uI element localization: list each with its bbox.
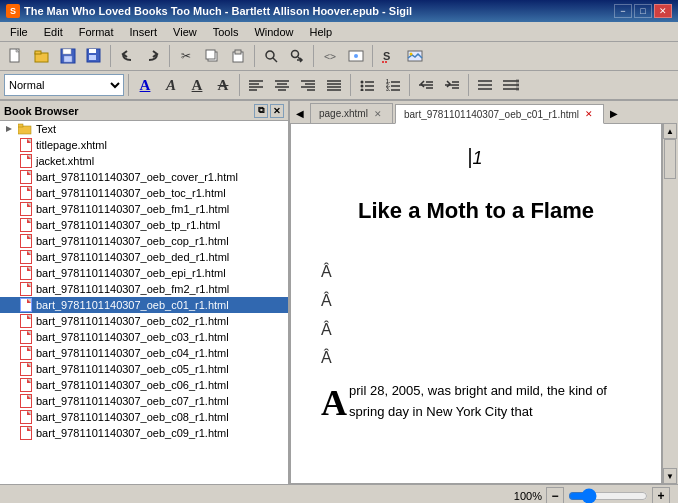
- menu-tools[interactable]: Tools: [205, 24, 247, 40]
- tab-label: page.xhtml: [319, 108, 368, 119]
- panel-float-button[interactable]: ⧉: [254, 104, 268, 118]
- list-item[interactable]: bart_9781101140307_oeb_epi_r1.html: [0, 265, 288, 281]
- align-left-button[interactable]: [244, 73, 268, 97]
- tab-close-page[interactable]: ✕: [372, 108, 384, 120]
- menu-help[interactable]: Help: [302, 24, 341, 40]
- align-right-button[interactable]: [296, 73, 320, 97]
- zoom-slider[interactable]: [568, 488, 648, 504]
- svg-rect-13: [235, 50, 241, 54]
- panel-title: Book Browser: [4, 105, 79, 117]
- scroll-up-button[interactable]: ▲: [663, 123, 677, 139]
- list-item[interactable]: bart_9781101140307_oeb_toc_r1.html: [0, 185, 288, 201]
- bold-button[interactable]: A: [133, 73, 157, 97]
- tab-scroll-left[interactable]: ◀: [292, 103, 308, 123]
- list-item[interactable]: bart_9781101140307_oeb_c05_r1.html: [0, 361, 288, 377]
- list-item[interactable]: bart_9781101140307_oeb_fm1_r1.html: [0, 201, 288, 217]
- style-dropdown[interactable]: Normal Heading 1 Heading 2 Heading 3 Pre…: [4, 74, 124, 96]
- title-bar: S The Man Who Loved Books Too Much - Bar…: [0, 0, 678, 22]
- menu-insert[interactable]: Insert: [122, 24, 166, 40]
- save-button[interactable]: [56, 44, 80, 68]
- menu-window[interactable]: Window: [246, 24, 301, 40]
- list-item[interactable]: bart_9781101140307_oeb_c08_r1.html: [0, 409, 288, 425]
- window-controls: − □ ✕: [614, 4, 672, 18]
- svg-rect-11: [206, 50, 215, 59]
- align-center-button[interactable]: [270, 73, 294, 97]
- separator-misc: [468, 74, 469, 96]
- chapter-heading: Like a Moth to a Flame: [321, 193, 631, 228]
- list-item[interactable]: bart_9781101140307_oeb_c06_r1.html: [0, 377, 288, 393]
- tab-c01[interactable]: bart_9781101140307_oeb_c01_r1.html ✕: [395, 104, 604, 124]
- svg-text:3.: 3.: [386, 86, 391, 91]
- redo-button[interactable]: [141, 44, 165, 68]
- close-button[interactable]: ✕: [654, 4, 672, 18]
- spellcheck-button[interactable]: S: [377, 44, 401, 68]
- save-all-button[interactable]: [82, 44, 106, 68]
- strikethrough-button[interactable]: A: [211, 73, 235, 97]
- chapter-number: 1: [321, 144, 631, 173]
- main-content: Book Browser ⧉ ✕ Text titlepage.xhtml ja…: [0, 101, 678, 484]
- panel-close-button[interactable]: ✕: [270, 104, 284, 118]
- list-item[interactable]: bart_9781101140307_oeb_tp_r1.html: [0, 217, 288, 233]
- list-item[interactable]: bart_9781101140307_oeb_c09_r1.html: [0, 425, 288, 441]
- file-icon: [20, 330, 32, 344]
- align-justify-button[interactable]: [322, 73, 346, 97]
- indent-button[interactable]: [440, 73, 464, 97]
- file-name: bart_9781101140307_oeb_c02_r1.html: [36, 315, 229, 327]
- list-item[interactable]: jacket.xhtml: [0, 153, 288, 169]
- underline-button[interactable]: A: [185, 73, 209, 97]
- tab-label: bart_9781101140307_oeb_c01_r1.html: [404, 109, 579, 120]
- preview-button[interactable]: [344, 44, 368, 68]
- replace-button[interactable]: [285, 44, 309, 68]
- list-item[interactable]: titlepage.xhtml: [0, 137, 288, 153]
- list-item-selected[interactable]: bart_9781101140307_oeb_c01_r1.html: [0, 297, 288, 313]
- unordered-list-button[interactable]: [355, 73, 379, 97]
- svg-point-19: [354, 54, 358, 58]
- list-item[interactable]: bart_9781101140307_oeb_c04_r1.html: [0, 345, 288, 361]
- menu-edit[interactable]: Edit: [36, 24, 71, 40]
- zoom-out-button[interactable]: −: [546, 487, 564, 504]
- paste-button[interactable]: [226, 44, 250, 68]
- list-item[interactable]: bart_9781101140307_oeb_ded_r1.html: [0, 249, 288, 265]
- file-icon: [20, 234, 32, 248]
- folder-text[interactable]: Text: [0, 121, 288, 137]
- decrease-indent-button[interactable]: [473, 73, 497, 97]
- undo-button[interactable]: [115, 44, 139, 68]
- italic-button[interactable]: A: [159, 73, 183, 97]
- list-item[interactable]: bart_9781101140307_oeb_fm2_r1.html: [0, 281, 288, 297]
- editor-content[interactable]: 1 Like a Moth to a Flame ÂÂÂÂ April 28, …: [290, 123, 662, 484]
- find-button[interactable]: [259, 44, 283, 68]
- special-chars: ÂÂÂÂ: [321, 258, 631, 373]
- menu-view[interactable]: View: [165, 24, 205, 40]
- open-button[interactable]: [30, 44, 54, 68]
- list-item[interactable]: bart_9781101140307_oeb_c07_r1.html: [0, 393, 288, 409]
- vertical-scrollbar[interactable]: ▲ ▼: [662, 123, 678, 484]
- file-name: bart_9781101140307_oeb_c08_r1.html: [36, 411, 229, 423]
- file-name: bart_9781101140307_oeb_c03_r1.html: [36, 331, 229, 343]
- scroll-down-button[interactable]: ▼: [663, 468, 677, 484]
- menu-file[interactable]: File: [2, 24, 36, 40]
- scroll-thumb[interactable]: [664, 139, 676, 179]
- increase-indent-button[interactable]: [499, 73, 523, 97]
- new-button[interactable]: [4, 44, 28, 68]
- expand-icon: [4, 124, 14, 134]
- copy-button[interactable]: [200, 44, 224, 68]
- zoom-in-button[interactable]: +: [652, 487, 670, 504]
- maximize-button[interactable]: □: [634, 4, 652, 18]
- file-name: bart_9781101140307_oeb_ded_r1.html: [36, 251, 229, 263]
- list-item[interactable]: bart_9781101140307_oeb_cop_r1.html: [0, 233, 288, 249]
- tab-page-xhtml[interactable]: page.xhtml ✕: [310, 103, 393, 123]
- code-view-button[interactable]: <>: [318, 44, 342, 68]
- file-name: bart_9781101140307_oeb_c06_r1.html: [36, 379, 229, 391]
- menu-format[interactable]: Format: [71, 24, 122, 40]
- image-button[interactable]: [403, 44, 427, 68]
- cut-button[interactable]: ✂: [174, 44, 198, 68]
- list-item[interactable]: bart_9781101140307_oeb_c03_r1.html: [0, 329, 288, 345]
- tab-scroll-right[interactable]: ▶: [606, 103, 622, 123]
- minimize-button[interactable]: −: [614, 4, 632, 18]
- list-item[interactable]: bart_9781101140307_oeb_c02_r1.html: [0, 313, 288, 329]
- ordered-list-button[interactable]: 1.2.3.: [381, 73, 405, 97]
- list-item[interactable]: bart_9781101140307_oeb_cover_r1.html: [0, 169, 288, 185]
- outdent-button[interactable]: [414, 73, 438, 97]
- file-icon: [20, 394, 32, 408]
- tab-close-c01[interactable]: ✕: [583, 108, 595, 120]
